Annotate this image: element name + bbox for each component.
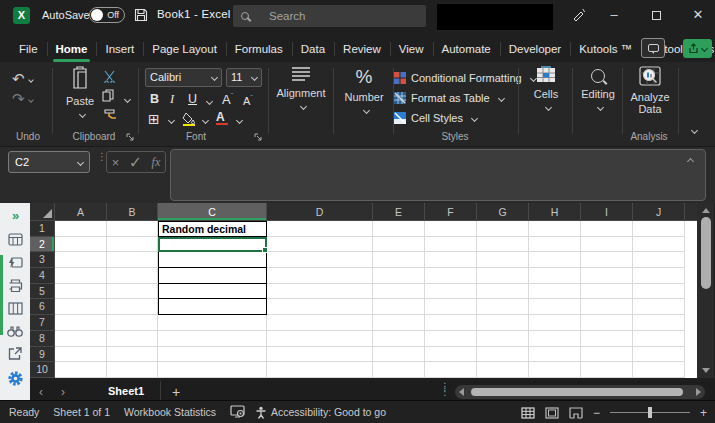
underline-dropdown-icon[interactable] [206,98,213,105]
cell-J10[interactable] [633,362,685,378]
cell-E2[interactable] [373,237,425,253]
collapse-formula-bar-icon[interactable] [687,158,694,165]
cell-A5[interactable] [55,284,107,300]
italic-button[interactable]: I [170,92,174,107]
sheet-count[interactable]: Sheet 1 of 1 [53,406,110,418]
tab-insert[interactable]: Insert [96,38,143,62]
row-header-4[interactable]: 4 [30,268,55,284]
cell-F2[interactable] [425,237,477,253]
cell-A1[interactable] [55,221,107,237]
cell-A9[interactable] [55,347,107,363]
row-header-1[interactable]: 1 [30,221,55,237]
cell-J9[interactable] [633,347,685,363]
save-icon[interactable] [134,8,148,26]
cell-B2[interactable] [107,237,158,253]
cell-G10[interactable] [477,362,529,378]
cell-C5[interactable] [158,284,267,300]
cell-C7[interactable] [158,315,267,331]
cell-A6[interactable] [55,299,107,315]
flash-pane-icon[interactable] [8,256,23,269]
new-sheet-button[interactable]: + [161,384,191,400]
column-header-F[interactable]: F [425,203,477,221]
cell-F5[interactable] [425,284,477,300]
cell-F9[interactable] [425,347,477,363]
scroll-up-icon[interactable] [702,208,710,213]
cell-I8[interactable] [581,331,633,347]
cell-B4[interactable] [107,268,158,284]
cell-I4[interactable] [581,268,633,284]
zoom-out-button[interactable]: − [593,408,600,418]
cell-F6[interactable] [425,299,477,315]
search-box[interactable]: Search [233,5,426,27]
cell-E3[interactable] [373,252,425,268]
cell-J2[interactable] [633,237,685,253]
cell-B7[interactable] [107,315,158,331]
tab-kutools[interactable]: Kutools ™ [570,38,641,62]
cell-H7[interactable] [529,315,581,331]
cell-B3[interactable] [107,252,158,268]
select-all-button[interactable] [30,203,55,221]
cell-I6[interactable] [581,299,633,315]
paste-button[interactable]: Paste [60,66,100,119]
close-button[interactable]: ✕ [681,0,715,30]
cell-D3[interactable] [267,252,373,268]
cell-G7[interactable] [477,315,529,331]
cell-D9[interactable] [267,347,373,363]
cell-B5[interactable] [107,284,158,300]
minimize-button[interactable]: – [597,0,631,30]
cell-H1[interactable] [529,221,581,237]
row-header-9[interactable]: 9 [30,347,55,363]
cell-H5[interactable] [529,284,581,300]
zoom-slider-handle[interactable] [648,407,652,418]
tab-developer[interactable]: Developer [500,38,570,62]
row-header-10[interactable]: 10 [30,362,55,378]
cell-H6[interactable] [529,299,581,315]
tab-data[interactable]: Data [292,38,334,62]
alignment-button[interactable]: Alignment [272,66,330,111]
zoom-in-button[interactable]: + [700,408,707,418]
row-header-7[interactable]: 7 [30,315,55,331]
cell-I3[interactable] [581,252,633,268]
cell-C8[interactable] [158,331,267,347]
cell-C9[interactable] [158,347,267,363]
fill-color-button[interactable] [182,112,196,128]
row-header-8[interactable]: 8 [30,331,55,347]
cell-D5[interactable] [267,284,373,300]
horizontal-scrollbar[interactable] [455,385,705,399]
cell-F4[interactable] [425,268,477,284]
font-color-button[interactable]: A [216,110,225,124]
cell-G6[interactable] [477,299,529,315]
cell-D8[interactable] [267,331,373,347]
tab-page-layout[interactable]: Page Layout [143,38,226,62]
printer-icon[interactable] [8,279,23,292]
settings-gear-icon[interactable] [7,370,24,387]
borders-dropdown-icon[interactable] [168,117,175,124]
cell-D1[interactable] [267,221,373,237]
cell-A8[interactable] [55,331,107,347]
conditional-formatting-button[interactable]: Conditional Formatting [394,69,536,87]
cell-C2[interactable] [158,237,267,253]
comments-button[interactable] [641,38,665,58]
cell-C6[interactable] [158,299,267,315]
cell-J4[interactable] [633,268,685,284]
maximize-button[interactable] [639,0,673,30]
cell-I7[interactable] [581,315,633,331]
font-dialog-launcher[interactable] [254,132,263,144]
cell-D7[interactable] [267,315,373,331]
font-name-combo[interactable]: Calibri [145,68,222,87]
cell-E10[interactable] [373,362,425,378]
cut-button[interactable] [103,70,116,85]
zoom-slider[interactable] [610,412,690,413]
binoculars-icon[interactable] [7,325,23,337]
normal-view-button[interactable] [521,407,535,419]
analyze-data-button[interactable]: AnalyzeData [626,66,674,115]
grow-font-button[interactable]: Aˆ [222,91,233,107]
scroll-left-icon[interactable] [459,388,464,396]
enter-button[interactable]: ✓ [129,153,142,172]
excel-logo-icon[interactable]: X [13,7,30,24]
cell-J8[interactable] [633,331,685,347]
copy-button[interactable] [102,89,130,104]
vertical-scrollbar[interactable] [697,203,714,378]
column-header-B[interactable]: B [107,203,158,221]
row-header-6[interactable]: 6 [30,299,55,315]
